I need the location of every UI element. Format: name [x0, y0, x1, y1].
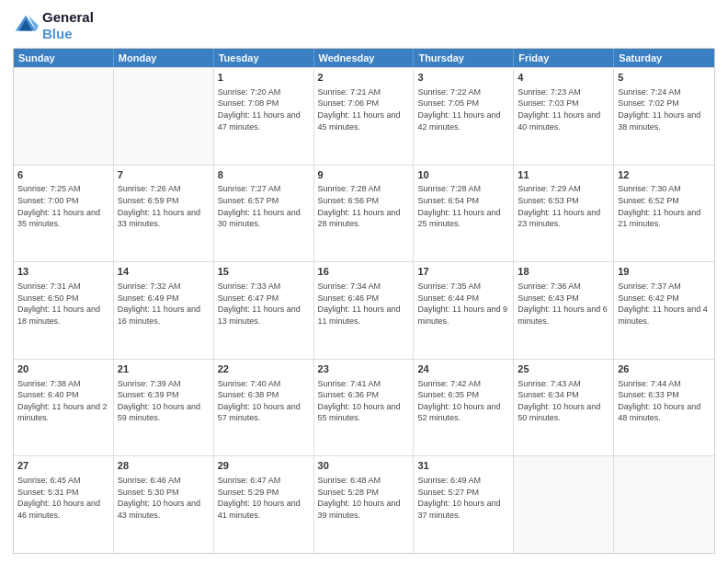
day-number: 23 [318, 362, 410, 376]
calendar-cell: 2Sunrise: 7:21 AM Sunset: 7:06 PM Daylig… [314, 68, 415, 165]
day-number: 24 [417, 362, 509, 376]
day-number: 21 [118, 362, 210, 376]
day-info: Sunrise: 7:37 AM Sunset: 6:42 PM Dayligh… [618, 281, 711, 327]
day-number: 9 [318, 168, 410, 182]
day-info: Sunrise: 7:26 AM Sunset: 6:59 PM Dayligh… [118, 183, 210, 229]
day-number: 22 [218, 362, 310, 376]
day-number: 6 [17, 168, 109, 182]
day-info: Sunrise: 7:42 AM Sunset: 6:35 PM Dayligh… [417, 378, 509, 424]
calendar-cell: 24Sunrise: 7:42 AM Sunset: 6:35 PM Dayli… [414, 360, 514, 456]
day-number: 10 [417, 168, 509, 182]
day-number: 20 [17, 362, 109, 376]
day-number: 13 [17, 265, 109, 279]
calendar-cell: 11Sunrise: 7:29 AM Sunset: 6:53 PM Dayli… [514, 166, 614, 262]
calendar-cell: 6Sunrise: 7:25 AM Sunset: 7:00 PM Daylig… [14, 166, 114, 262]
calendar-cell [114, 68, 214, 165]
calendar-cell: 5Sunrise: 7:24 AM Sunset: 7:02 PM Daylig… [614, 68, 714, 165]
day-number: 29 [218, 459, 310, 473]
calendar-cell: 25Sunrise: 7:43 AM Sunset: 6:34 PM Dayli… [514, 360, 614, 456]
day-number: 4 [518, 71, 609, 85]
calendar-cell [514, 456, 614, 553]
calendar-cell: 22Sunrise: 7:40 AM Sunset: 6:38 PM Dayli… [214, 360, 314, 456]
calendar-header-cell: Friday [514, 49, 614, 67]
calendar-cell: 13Sunrise: 7:31 AM Sunset: 6:50 PM Dayli… [14, 262, 114, 359]
day-info: Sunrise: 7:27 AM Sunset: 6:57 PM Dayligh… [218, 183, 310, 229]
logo: General Blue [13, 9, 94, 42]
day-info: Sunrise: 7:38 AM Sunset: 6:40 PM Dayligh… [17, 378, 109, 424]
day-number: 27 [17, 459, 109, 473]
day-number: 17 [417, 265, 509, 279]
day-number: 1 [218, 71, 310, 85]
calendar-cell: 31Sunrise: 6:49 AM Sunset: 5:27 PM Dayli… [414, 456, 514, 553]
calendar-cell: 19Sunrise: 7:37 AM Sunset: 6:42 PM Dayli… [614, 262, 714, 359]
calendar-cell: 20Sunrise: 7:38 AM Sunset: 6:40 PM Dayli… [14, 360, 114, 456]
calendar-week: 20Sunrise: 7:38 AM Sunset: 6:40 PM Dayli… [14, 359, 714, 456]
calendar-cell: 18Sunrise: 7:36 AM Sunset: 6:43 PM Dayli… [514, 262, 614, 359]
day-number: 8 [218, 168, 310, 182]
calendar-cell: 15Sunrise: 7:33 AM Sunset: 6:47 PM Dayli… [214, 262, 314, 359]
calendar-cell: 14Sunrise: 7:32 AM Sunset: 6:49 PM Dayli… [114, 262, 214, 359]
calendar-header-cell: Monday [114, 49, 214, 67]
calendar-cell [14, 68, 114, 165]
page: General Blue SundayMondayTuesdayWednesda… [0, 0, 728, 563]
day-info: Sunrise: 6:49 AM Sunset: 5:27 PM Dayligh… [417, 475, 509, 521]
logo-text: General Blue [42, 9, 94, 42]
calendar-header-cell: Sunday [14, 49, 114, 67]
calendar-cell: 8Sunrise: 7:27 AM Sunset: 6:57 PM Daylig… [214, 166, 314, 262]
day-info: Sunrise: 7:28 AM Sunset: 6:56 PM Dayligh… [318, 183, 410, 229]
day-number: 14 [118, 265, 210, 279]
calendar-cell: 12Sunrise: 7:30 AM Sunset: 6:52 PM Dayli… [614, 166, 714, 262]
day-info: Sunrise: 7:34 AM Sunset: 6:46 PM Dayligh… [318, 281, 410, 327]
calendar-cell: 29Sunrise: 6:47 AM Sunset: 5:29 PM Dayli… [214, 456, 314, 553]
calendar-header-cell: Wednesday [314, 49, 415, 67]
calendar-cell: 21Sunrise: 7:39 AM Sunset: 6:39 PM Dayli… [114, 360, 214, 456]
day-info: Sunrise: 7:28 AM Sunset: 6:54 PM Dayligh… [417, 183, 509, 229]
day-number: 28 [118, 459, 210, 473]
calendar-cell: 9Sunrise: 7:28 AM Sunset: 6:56 PM Daylig… [314, 166, 415, 262]
day-info: Sunrise: 7:29 AM Sunset: 6:53 PM Dayligh… [518, 183, 609, 229]
day-number: 15 [218, 265, 310, 279]
day-info: Sunrise: 7:23 AM Sunset: 7:03 PM Dayligh… [518, 86, 609, 132]
calendar-cell: 7Sunrise: 7:26 AM Sunset: 6:59 PM Daylig… [114, 166, 214, 262]
header: General Blue [13, 9, 715, 42]
calendar-cell: 23Sunrise: 7:41 AM Sunset: 6:36 PM Dayli… [314, 360, 415, 456]
calendar-cell: 26Sunrise: 7:44 AM Sunset: 6:33 PM Dayli… [614, 360, 714, 456]
day-info: Sunrise: 7:21 AM Sunset: 7:06 PM Dayligh… [318, 86, 410, 132]
day-info: Sunrise: 6:45 AM Sunset: 5:31 PM Dayligh… [17, 475, 109, 521]
day-info: Sunrise: 7:44 AM Sunset: 6:33 PM Dayligh… [618, 378, 711, 424]
day-info: Sunrise: 7:24 AM Sunset: 7:02 PM Dayligh… [618, 86, 711, 132]
calendar-cell: 30Sunrise: 6:48 AM Sunset: 5:28 PM Dayli… [314, 456, 415, 553]
day-info: Sunrise: 7:39 AM Sunset: 6:39 PM Dayligh… [118, 378, 210, 424]
day-number: 18 [518, 265, 609, 279]
day-info: Sunrise: 7:40 AM Sunset: 6:38 PM Dayligh… [218, 378, 310, 424]
day-number: 11 [518, 168, 609, 182]
day-number: 3 [417, 71, 509, 85]
day-number: 30 [318, 459, 410, 473]
calendar-week: 27Sunrise: 6:45 AM Sunset: 5:31 PM Dayli… [14, 455, 714, 553]
calendar-cell: 4Sunrise: 7:23 AM Sunset: 7:03 PM Daylig… [514, 68, 614, 165]
day-info: Sunrise: 7:20 AM Sunset: 7:08 PM Dayligh… [218, 86, 310, 132]
calendar-header: SundayMondayTuesdayWednesdayThursdayFrid… [14, 49, 714, 67]
day-number: 25 [518, 362, 609, 376]
day-number: 12 [618, 168, 711, 182]
calendar-cell [614, 456, 714, 553]
day-number: 5 [618, 71, 711, 85]
calendar-header-cell: Tuesday [214, 49, 314, 67]
calendar-week: 6Sunrise: 7:25 AM Sunset: 7:00 PM Daylig… [14, 165, 714, 262]
calendar-week: 13Sunrise: 7:31 AM Sunset: 6:50 PM Dayli… [14, 261, 714, 359]
day-number: 31 [417, 459, 509, 473]
calendar-cell: 16Sunrise: 7:34 AM Sunset: 6:46 PM Dayli… [314, 262, 415, 359]
calendar-header-cell: Saturday [614, 49, 714, 67]
day-number: 26 [618, 362, 711, 376]
day-info: Sunrise: 6:47 AM Sunset: 5:29 PM Dayligh… [218, 475, 310, 521]
calendar-body: 1Sunrise: 7:20 AM Sunset: 7:08 PM Daylig… [14, 67, 714, 553]
day-info: Sunrise: 7:30 AM Sunset: 6:52 PM Dayligh… [618, 183, 711, 229]
day-info: Sunrise: 7:31 AM Sunset: 6:50 PM Dayligh… [17, 281, 109, 327]
day-info: Sunrise: 7:41 AM Sunset: 6:36 PM Dayligh… [318, 378, 410, 424]
calendar-header-cell: Thursday [414, 49, 514, 67]
calendar: SundayMondayTuesdayWednesdayThursdayFrid… [13, 48, 715, 554]
day-number: 2 [318, 71, 410, 85]
calendar-cell: 1Sunrise: 7:20 AM Sunset: 7:08 PM Daylig… [214, 68, 314, 165]
calendar-cell: 27Sunrise: 6:45 AM Sunset: 5:31 PM Dayli… [14, 456, 114, 553]
calendar-cell: 3Sunrise: 7:22 AM Sunset: 7:05 PM Daylig… [414, 68, 514, 165]
